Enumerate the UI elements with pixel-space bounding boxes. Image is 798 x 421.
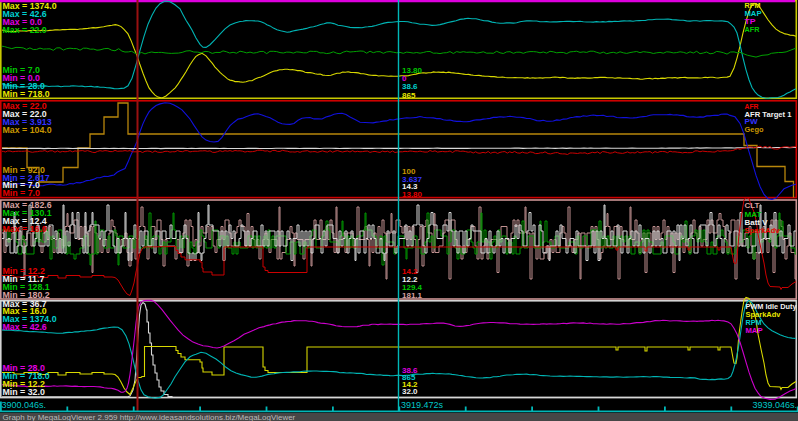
- svg-text:3939.046s.: 3939.046s.: [752, 400, 797, 410]
- svg-text:Min = 718.0: Min = 718.0: [3, 89, 50, 99]
- svg-text:3900.046s.: 3900.046s.: [2, 400, 47, 410]
- svg-text:Max = 104.0: Max = 104.0: [3, 125, 52, 135]
- svg-text:AFR: AFR: [745, 25, 760, 34]
- svg-text:Max = 16.0: Max = 16.0: [3, 224, 47, 234]
- svg-text:Gego: Gego: [745, 125, 764, 134]
- svg-text:Max = 42.6: Max = 42.6: [3, 322, 47, 332]
- svg-text:MAP: MAP: [746, 326, 764, 335]
- svg-text:Graph by MegaLogViewer 2.959 h: Graph by MegaLogViewer 2.959 http://www.…: [3, 413, 296, 421]
- svg-text:32.0: 32.0: [402, 387, 418, 396]
- svg-text:SparkAdv: SparkAdv: [745, 226, 781, 235]
- svg-text:3919.472s: 3919.472s: [401, 400, 444, 410]
- svg-text:181.1: 181.1: [402, 291, 423, 300]
- svg-text:Min = 7.0: Min = 7.0: [3, 188, 41, 198]
- svg-text:13.80: 13.80: [402, 190, 423, 199]
- svg-text:865: 865: [402, 91, 416, 100]
- svg-text:Max = 22.0: Max = 22.0: [3, 25, 47, 35]
- svg-text:Min = 32.0: Min = 32.0: [3, 387, 45, 397]
